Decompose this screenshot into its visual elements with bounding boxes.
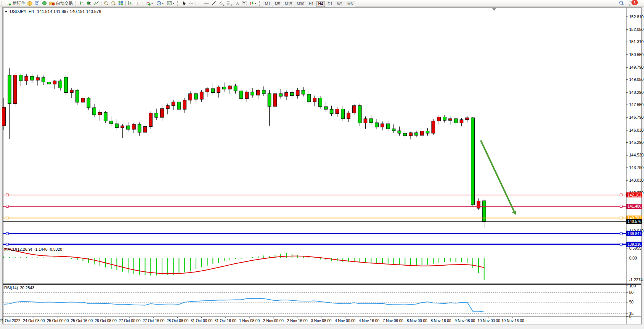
search-button[interactable]: [618, 0, 626, 6]
svg-text:7 Nov 08:00: 7 Nov 08:00: [383, 319, 403, 323]
timeframe-W1-button[interactable]: W1: [335, 1, 345, 7]
signals-icon: [42, 1, 47, 6]
svg-text:149.790: 149.790: [629, 65, 644, 69]
zoom-in-button[interactable]: [103, 0, 110, 6]
text-label-button[interactable]: T: [241, 0, 248, 6]
notifications-button[interactable]: 1: [627, 0, 642, 6]
svg-text:50: 50: [629, 300, 634, 304]
chart-shift-icon: [135, 1, 140, 6]
svg-text:27 Oct 00:00: 27 Oct 00:00: [119, 319, 141, 323]
autotrading-label: 自动交易: [56, 0, 73, 6]
svg-text:F: F: [231, 3, 233, 6]
svg-text:144.530: 144.530: [629, 153, 644, 157]
macd-indicator-label: MACD(12,26,9) -1.1446 -0.5320: [4, 247, 62, 252]
svg-text:146.030: 146.030: [629, 128, 644, 132]
periods-button[interactable]: [155, 0, 166, 6]
horizontal-line-button[interactable]: [203, 0, 210, 6]
chart-ohlc-values: 141.814 141.897 140.191 140.576: [37, 9, 101, 14]
svg-text:139.847: 139.847: [628, 232, 642, 236]
svg-text:A: A: [236, 1, 239, 6]
auto-scroll-button[interactable]: [127, 0, 134, 6]
svg-text:100: 100: [629, 284, 636, 288]
toolbar-grip[interactable]: [259, 1, 261, 6]
svg-text:143.030: 143.030: [629, 178, 644, 182]
line-chart-icon: [94, 1, 99, 6]
svg-text:26 Oct 08:00: 26 Oct 08:00: [95, 319, 117, 323]
auto-scroll-icon: [128, 1, 133, 6]
svg-text:27 Oct 16:00: 27 Oct 16:00: [143, 319, 165, 323]
svg-text:1 Nov 08:00: 1 Nov 08:00: [239, 319, 260, 323]
trendline-icon: [211, 1, 216, 6]
indicators-button[interactable]: [144, 0, 155, 6]
toolbar: 新订单 自动交易: [0, 0, 644, 7]
text-button[interactable]: A: [234, 0, 241, 6]
timeframe-M15-button[interactable]: M15: [283, 1, 294, 7]
horizontal-line-icon: [204, 2, 209, 5]
svg-text:-1.2274: -1.2274: [629, 277, 643, 282]
svg-text:10 Nov 00:00: 10 Nov 00:00: [477, 319, 500, 323]
signals-button[interactable]: [41, 0, 48, 6]
chart-canvas[interactable]: 152.810152.050151.310150.550149.790149.0…: [0, 7, 644, 329]
indicators-dropdown-caret[interactable]: [151, 3, 153, 4]
tile-windows-icon: [118, 1, 123, 6]
macd-values: -1.1446 -0.5320: [34, 247, 62, 252]
rsi-values: 20.2843: [20, 285, 34, 290]
toolbar-grip[interactable]: [75, 1, 77, 6]
zoom-out-button[interactable]: [110, 0, 117, 6]
svg-text:140.576: 140.576: [628, 219, 642, 224]
navigator-button[interactable]: [34, 0, 41, 6]
timeframe-D1-button[interactable]: D1: [326, 1, 334, 7]
templates-dropdown-caret[interactable]: [172, 3, 175, 4]
toolbar-grip[interactable]: [2, 1, 3, 6]
search-icon: [619, 0, 625, 6]
toolbar-separator: [125, 1, 126, 6]
symbol-dropdown-icon[interactable]: [5, 11, 8, 13]
vertical-line-button[interactable]: [197, 0, 203, 6]
svg-text:31 Oct 00:00: 31 Oct 00:00: [191, 319, 213, 323]
rsi-indicator-label: RSI(14) 20.2843: [4, 285, 34, 290]
line-chart-button[interactable]: [93, 0, 100, 6]
toolbar-separator: [196, 1, 196, 6]
new-order-button[interactable]: 新订单: [5, 0, 26, 6]
indicators-icon: [145, 1, 151, 6]
navigator-icon: [35, 1, 40, 6]
crosshair-button[interactable]: [187, 0, 194, 6]
tile-windows-button[interactable]: [117, 0, 124, 6]
timeframe-H4-button[interactable]: H4: [316, 1, 325, 7]
svg-text:4 Nov 16:00: 4 Nov 16:00: [359, 319, 379, 323]
cursor-icon: [182, 1, 186, 6]
svg-text:25 Oct 00:00: 25 Oct 00:00: [47, 319, 69, 323]
svg-text:E: E: [223, 3, 225, 6]
chart-shift-button[interactable]: [134, 0, 141, 6]
zoom-in-icon: [104, 1, 109, 6]
fibonacci-button[interactable]: F: [226, 0, 234, 6]
templates-button[interactable]: [166, 0, 177, 6]
svg-text:24 Oct 08:00: 24 Oct 08:00: [23, 319, 45, 323]
zoom-out-icon: [111, 1, 116, 6]
bar-chart-button[interactable]: [78, 0, 85, 6]
svg-text:150.550: 150.550: [629, 52, 644, 57]
arrows-button[interactable]: [248, 0, 259, 6]
market-watch-button[interactable]: [26, 0, 34, 6]
bar-chart-icon: [79, 1, 84, 6]
arrows-dropdown-caret[interactable]: [254, 3, 257, 4]
svg-text:146.790: 146.790: [629, 115, 644, 119]
equidistant-channel-button[interactable]: E: [217, 0, 226, 6]
toolbar-grip[interactable]: [177, 1, 179, 6]
svg-text:8 Nov 00:00: 8 Nov 00:00: [407, 319, 427, 323]
timeframe-H1-button[interactable]: H1: [307, 1, 316, 7]
cursor-button[interactable]: [181, 0, 187, 6]
chart-title: USDJPY-,H4 141.814 141.897 140.191 140.5…: [5, 9, 101, 14]
svg-text:141.480: 141.480: [628, 204, 642, 208]
chart-window[interactable]: 152.810152.050151.310150.550149.790149.0…: [0, 7, 644, 329]
timeframe-M1-button[interactable]: M1: [263, 1, 272, 7]
toolbar-separator: [101, 1, 101, 6]
timeframe-M30-button[interactable]: M30: [295, 1, 306, 7]
periods-dropdown-caret[interactable]: [162, 3, 164, 4]
timeframe-M5-button[interactable]: M5: [273, 1, 282, 7]
autotrading-button[interactable]: 自动交易: [48, 0, 74, 6]
svg-text:147.550: 147.550: [629, 102, 644, 107]
candlestick-chart-button[interactable]: [85, 0, 93, 6]
trendline-button[interactable]: [210, 0, 217, 6]
timeframe-MN-button[interactable]: MN: [345, 1, 355, 7]
